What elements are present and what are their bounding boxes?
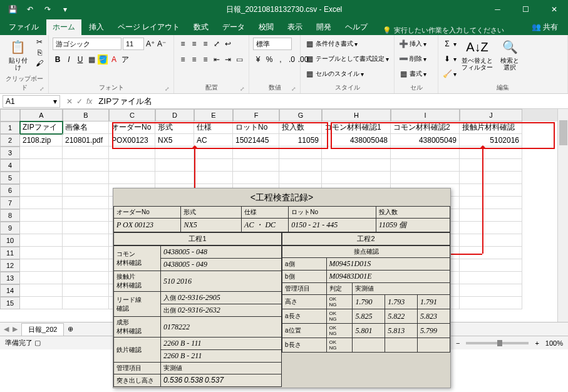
cell[interactable] <box>233 147 279 159</box>
column-header[interactable]: C <box>109 109 155 121</box>
cell[interactable] <box>460 272 522 284</box>
cell[interactable] <box>20 284 63 297</box>
comma-icon[interactable]: , <box>276 54 286 64</box>
row-header[interactable]: 4 <box>0 159 20 172</box>
cell[interactable]: 仕様 <box>194 121 233 134</box>
increase-decimal-icon[interactable]: .0 <box>287 54 297 64</box>
column-header[interactable]: E <box>194 109 233 121</box>
italic-button[interactable]: I <box>64 54 74 64</box>
cell[interactable] <box>63 209 109 222</box>
column-header[interactable]: F <box>233 109 279 121</box>
cell[interactable] <box>20 272 63 284</box>
cell[interactable]: AC <box>194 134 233 147</box>
name-box[interactable]: A1▾ <box>3 95 60 108</box>
decrease-font-icon[interactable]: A⁻ <box>157 39 167 49</box>
align-right-icon[interactable]: ≡ <box>200 54 210 64</box>
cell[interactable]: 形式 <box>155 121 194 134</box>
tab-insert[interactable]: 挿入 <box>83 19 110 35</box>
cell[interactable] <box>460 147 522 159</box>
format-painter-icon[interactable]: 🖌 <box>34 58 44 68</box>
cell[interactable] <box>460 259 522 272</box>
row-header[interactable]: 12 <box>0 259 20 272</box>
cell[interactable] <box>109 159 155 172</box>
sort-filter-button[interactable]: A↓Z 並べ替えと フィルター <box>459 37 495 72</box>
cell[interactable] <box>194 159 233 172</box>
fill-color-button[interactable]: 🪣 <box>98 54 108 64</box>
cell[interactable] <box>20 247 63 259</box>
cell[interactable] <box>194 172 233 184</box>
row-header[interactable]: 10 <box>0 234 20 247</box>
share-button[interactable]: 👥 共有 <box>524 19 565 35</box>
insert-cells-button[interactable]: ➕挿入 ▾ <box>398 37 426 51</box>
save-icon[interactable]: 💾 <box>5 2 20 17</box>
cell[interactable] <box>20 172 63 184</box>
tab-formulas[interactable]: 数式 <box>187 19 215 35</box>
cell[interactable] <box>20 259 63 272</box>
clipboard-launcher-icon[interactable]: ⤢ <box>39 86 44 92</box>
redo-icon[interactable]: ↷ <box>40 2 55 17</box>
cell[interactable] <box>20 184 63 197</box>
cell[interactable]: コモン材料確認1 <box>322 121 391 134</box>
cell[interactable] <box>109 147 155 159</box>
cell[interactable] <box>460 159 522 172</box>
cell[interactable] <box>155 147 194 159</box>
cell[interactable] <box>322 159 391 172</box>
row-header[interactable]: 7 <box>0 197 20 209</box>
tab-developer[interactable]: 開発 <box>310 19 338 35</box>
tab-view[interactable]: 表示 <box>281 19 309 35</box>
cell[interactable] <box>20 222 63 234</box>
cell-styles-button[interactable]: ▦セルのスタイル ▾ <box>304 67 364 81</box>
bold-button[interactable]: B <box>53 54 63 64</box>
alignment-launcher-icon[interactable]: ⤢ <box>240 86 245 92</box>
phonetic-button[interactable]: ア <box>120 54 130 64</box>
row-header[interactable]: 6 <box>0 184 20 197</box>
align-bottom-icon[interactable]: ≡ <box>200 39 210 49</box>
number-launcher-icon[interactable]: ⤢ <box>291 86 296 92</box>
zoom-in-icon[interactable]: + <box>535 339 539 347</box>
font-name-select[interactable] <box>53 38 121 50</box>
conditional-formatting-button[interactable]: ▦条件付き書式 ▾ <box>304 37 358 51</box>
cell[interactable] <box>63 147 109 159</box>
sheet-nav-prev-icon[interactable]: ◀ <box>4 325 9 333</box>
fx-icon[interactable]: fx <box>86 97 92 106</box>
cell[interactable] <box>20 297 63 309</box>
cell[interactable] <box>155 172 194 184</box>
column-header[interactable]: A <box>20 109 63 121</box>
increase-indent-icon[interactable]: ⇥ <box>223 54 233 64</box>
cell[interactable] <box>460 184 522 197</box>
cell[interactable] <box>20 209 63 222</box>
cell[interactable]: コモン材料確認2 <box>391 121 460 134</box>
cell[interactable] <box>63 197 109 209</box>
cancel-formula-icon[interactable]: ✕ <box>66 97 73 106</box>
row-header[interactable]: 1 <box>0 121 20 134</box>
paste-button[interactable]: 📋 貼り付け <box>4 37 32 72</box>
cell[interactable] <box>20 197 63 209</box>
tab-pagelayout[interactable]: ページ レイアウト <box>111 19 186 35</box>
cell[interactable] <box>279 159 322 172</box>
cell[interactable]: 接触片材料確認 <box>460 121 522 134</box>
cell[interactable]: 画像名 <box>63 121 109 134</box>
cell[interactable]: 11059 <box>279 134 322 147</box>
column-header[interactable]: J <box>460 109 522 121</box>
cell[interactable]: オーダーNo <box>109 121 155 134</box>
tab-file[interactable]: ファイル <box>3 19 45 35</box>
find-select-button[interactable]: 🔍 検索と 選択 <box>498 37 522 72</box>
qat-customize-icon[interactable]: ▾ <box>58 2 73 17</box>
new-sheet-icon[interactable]: ⊕ <box>68 325 73 333</box>
cell[interactable] <box>233 172 279 184</box>
cell[interactable] <box>460 284 522 297</box>
sheet-nav-next-icon[interactable]: ▶ <box>13 325 18 333</box>
row-header[interactable]: 15 <box>0 297 20 309</box>
align-center-icon[interactable]: ≡ <box>189 54 199 64</box>
row-header[interactable]: 13 <box>0 272 20 284</box>
cell[interactable] <box>109 172 155 184</box>
cell[interactable] <box>63 234 109 247</box>
cell[interactable] <box>460 197 522 209</box>
format-cells-button[interactable]: ▦書式 ▾ <box>398 67 426 81</box>
cell[interactable] <box>20 234 63 247</box>
cell[interactable]: NX5 <box>155 134 194 147</box>
number-format-select[interactable] <box>253 38 292 50</box>
cell[interactable]: 210801.pdf <box>63 134 109 147</box>
row-header[interactable]: 14 <box>0 284 20 297</box>
cell[interactable]: 2108.zip <box>20 134 63 147</box>
